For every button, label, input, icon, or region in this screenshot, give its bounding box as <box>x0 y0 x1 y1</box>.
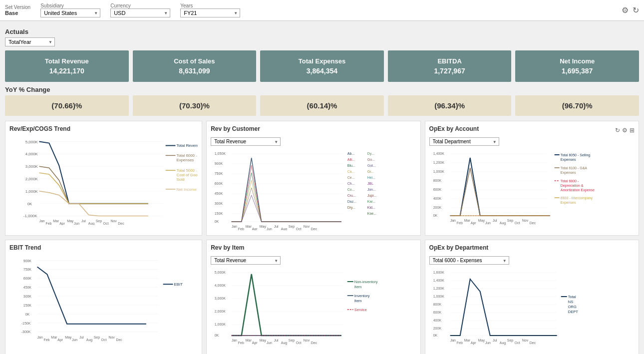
yoy-card: (60.14)% <box>260 95 384 116</box>
svg-text:Feb: Feb <box>238 341 244 345</box>
kpi-value: 1,727,967 <box>393 67 507 75</box>
svg-text:150K: 150K <box>23 304 32 307</box>
opex-refresh-button[interactable]: ↻ <box>615 127 620 134</box>
svg-text:600K: 600K <box>215 182 223 185</box>
svg-text:0K: 0K <box>25 313 30 316</box>
svg-text:1,000K: 1,000K <box>215 323 226 326</box>
svg-text:-1,000K: -1,000K <box>23 214 37 218</box>
svg-text:May: May <box>67 219 74 223</box>
svg-text:3,000K: 3,000K <box>25 164 38 169</box>
svg-text:Hei...: Hei... <box>367 176 375 179</box>
subsidiary-select[interactable]: United States <box>40 8 100 17</box>
svg-text:Apr: Apr <box>252 341 258 345</box>
svg-text:Sep: Sep <box>507 339 513 343</box>
svg-text:Apr: Apr <box>470 341 476 345</box>
yoy-value: (96.70)% <box>520 101 634 110</box>
rev-by-item-panel: Rev by Item Total Revenue 5,000K 4,000K … <box>206 240 420 354</box>
opex-account-select-wrapper[interactable]: Total Department <box>429 137 499 146</box>
opex-account-select[interactable]: Total Department <box>429 137 499 146</box>
rev-customer-header: Rev by Customer <box>211 125 416 135</box>
svg-text:450K: 450K <box>215 192 223 195</box>
set-version-group: Set Version Base <box>5 4 30 16</box>
rev-item-select[interactable]: Total Revenue <box>211 256 281 265</box>
svg-text:Feb: Feb <box>45 222 51 225</box>
charts-row-2: EBIT Trend 900K 750K 600K 450K 300K 150K… <box>5 240 639 354</box>
opex-dept-select[interactable]: Total 6000 - Expenses <box>429 256 509 265</box>
svg-text:Apr: Apr <box>59 222 65 225</box>
svg-text:Jul: Jul <box>492 219 497 222</box>
svg-text:Cost of Goods: Cost of Goods <box>176 173 198 177</box>
top-icons: ⚙ ↻ <box>622 5 639 15</box>
rev-item-chart: 5,000K 4,000K 3,000K 2,000K 1,000K 0K <box>211 267 416 349</box>
kpi-title: Cost of Sales <box>138 57 252 65</box>
period-select[interactable]: TotalYear <box>5 37 55 46</box>
svg-text:5,000K: 5,000K <box>25 140 38 144</box>
kpi-value: 14,221,170 <box>10 67 124 75</box>
opex-settings-button[interactable]: ⚙ <box>622 127 628 134</box>
yoy-title: YoY % Change <box>5 86 639 93</box>
currency-select[interactable]: USD <box>110 8 170 17</box>
svg-text:Blu...: Blu... <box>347 164 355 167</box>
svg-text:Feb: Feb <box>43 338 49 342</box>
svg-text:Amortization Expense: Amortization Expense <box>560 188 594 192</box>
svg-text:Koe...: Koe... <box>367 212 376 215</box>
svg-text:Jul: Jul <box>492 339 497 342</box>
rev-item-select-wrapper[interactable]: Total Revenue <box>211 256 281 265</box>
svg-text:450K: 450K <box>23 286 32 289</box>
svg-text:Ab...: Ab... <box>347 152 354 155</box>
svg-text:Sep: Sep <box>289 225 295 229</box>
yoy-card: (96.34)% <box>388 95 512 116</box>
svg-text:Ch...: Ch... <box>347 182 355 185</box>
svg-text:Sep: Sep <box>289 339 295 343</box>
svg-text:Oct: Oct <box>514 221 520 225</box>
yoy-card: (96.70)% <box>515 95 639 116</box>
years-select-wrapper[interactable]: FY21 <box>180 8 240 17</box>
svg-text:Nov: Nov <box>522 339 528 342</box>
rev-exp-cogs-chart: 5,000K 4,000K 3,000K 2,000K 1,000K 0K -1… <box>9 135 198 225</box>
years-group: Years FY21 <box>180 3 240 17</box>
svg-text:1,050K: 1,050K <box>215 152 226 155</box>
period-selector[interactable]: TotalYear <box>5 37 639 46</box>
opex-expand-button[interactable]: ⊞ <box>630 127 635 134</box>
svg-text:Jan: Jan <box>39 219 45 223</box>
svg-text:May: May <box>478 339 485 343</box>
refresh-icon-button[interactable]: ↻ <box>633 5 639 15</box>
rev-item-header: Rev by Item <box>211 244 416 254</box>
svg-text:1,000K: 1,000K <box>25 189 38 194</box>
svg-text:Mar: Mar <box>464 219 470 222</box>
svg-text:Expenses: Expenses <box>560 171 576 175</box>
svg-text:-150K: -150K <box>21 322 31 325</box>
rev-customer-select-wrapper[interactable]: Total Revenue <box>211 137 281 146</box>
years-select[interactable]: FY21 <box>180 8 240 17</box>
svg-text:Nov: Nov <box>304 225 310 228</box>
svg-text:Oct: Oct <box>103 222 109 225</box>
svg-text:Expenses: Expenses <box>560 158 576 162</box>
currency-select-wrapper[interactable]: USD <box>110 8 170 17</box>
svg-text:Item: Item <box>354 299 362 303</box>
svg-text:Non-inventory: Non-inventory <box>354 280 378 284</box>
subsidiary-select-wrapper[interactable]: United States <box>40 8 100 17</box>
svg-text:400K: 400K <box>433 319 441 322</box>
svg-text:ORG: ORG <box>568 305 576 309</box>
settings-icon-button[interactable]: ⚙ <box>622 5 629 15</box>
opex-account-header: OpEx by Account ↻ ⚙ ⊞ <box>429 125 635 135</box>
svg-text:Jan: Jan <box>232 225 237 228</box>
opex-dept-select-wrapper[interactable]: Total 6000 - Expenses <box>429 256 509 265</box>
svg-text:Total 5000 -: Total 5000 - <box>176 168 197 173</box>
svg-text:Dry...: Dry... <box>347 206 355 210</box>
svg-text:Aug: Aug <box>88 222 94 225</box>
charts-row-1: Rev/Exp/COGS Trend 5,000K 4,000K 3,000K … <box>5 121 639 236</box>
currency-group: Currency USD <box>110 3 170 17</box>
svg-text:Aug: Aug <box>281 227 288 230</box>
main-content: Actuals TotalYear Total Revenue14,221,17… <box>0 21 644 354</box>
svg-text:Dec: Dec <box>116 338 122 342</box>
svg-text:1,200K: 1,200K <box>433 287 444 290</box>
ebit-trend-title: EBIT Trend <box>9 244 198 251</box>
svg-text:1,000K: 1,000K <box>433 170 444 173</box>
rev-customer-select[interactable]: Total Revenue <box>211 137 281 146</box>
yoy-value: (60.14)% <box>265 101 379 110</box>
svg-text:0K: 0K <box>27 202 32 206</box>
svg-text:750K: 750K <box>23 268 32 271</box>
svg-text:Total: Total <box>568 295 576 299</box>
period-select-wrapper[interactable]: TotalYear <box>5 37 55 46</box>
